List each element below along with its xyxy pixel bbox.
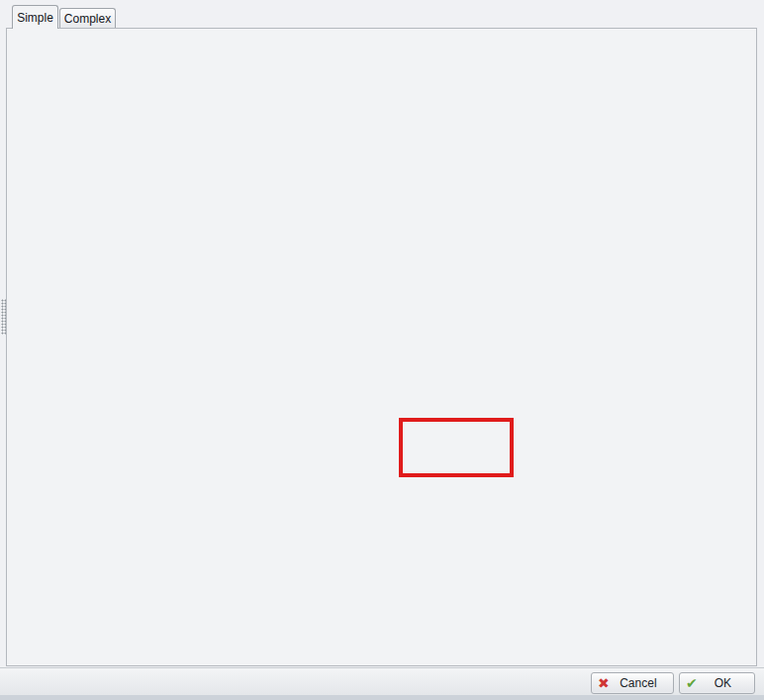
check-mark-icon: ✔ [686, 675, 698, 691]
ok-button[interactable]: ✔ OK [679, 672, 755, 694]
window-bottom-edge [0, 695, 764, 700]
cancel-label: Cancel [610, 676, 667, 690]
x-mark-icon: ✖ [598, 675, 610, 691]
tab-simple[interactable]: Simple [12, 5, 58, 29]
tab-simple-label: Simple [17, 11, 53, 25]
cancel-button[interactable]: ✖ Cancel [591, 672, 674, 694]
tab-complex[interactable]: Complex [59, 8, 116, 28]
ok-label: OK [698, 676, 748, 690]
tab-page-simple [6, 28, 757, 666]
tab-complex-label: Complex [64, 12, 111, 26]
